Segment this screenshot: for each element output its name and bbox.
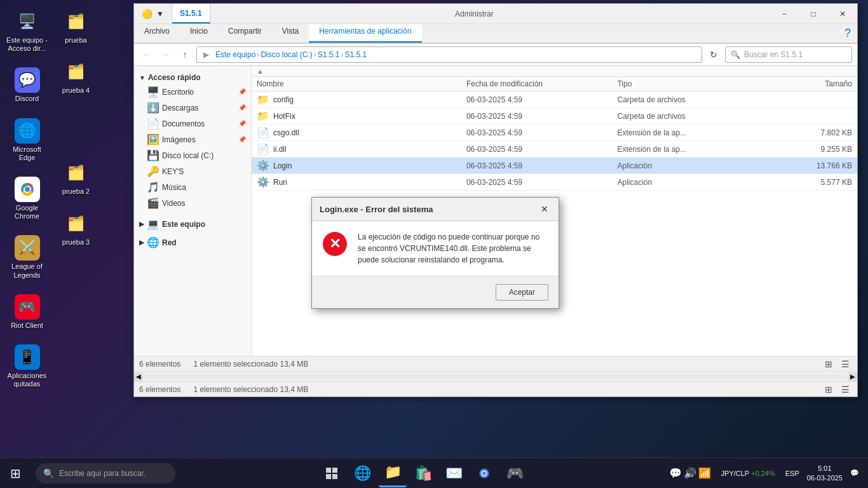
title-controls: − □ ✕ (770, 4, 857, 24)
col-header-date[interactable]: Fecha de modificación (466, 79, 618, 88)
sidebar-item-escritorio[interactable]: 🖥️ Escritorio 📌 (134, 84, 251, 100)
taskbar-xbox[interactable]: 🎮 (501, 459, 529, 487)
file-row-run[interactable]: ⚙️ Run 06-03-2025 4:59 Aplicación 5.577 … (252, 174, 857, 191)
taskbar-center: 🌐 📁 🛍️ ✉️ 🎮 (180, 459, 667, 487)
file-row-login[interactable]: ⚙️ Login 06-03-2025 4:59 Aplicación 13.7… (252, 158, 857, 174)
close-button[interactable]: ✕ (828, 4, 857, 24)
scroll-track (144, 374, 847, 379)
minimize-button[interactable]: − (770, 4, 799, 24)
up-button[interactable]: ↑ (177, 47, 193, 62)
desktop-icon-prueba2[interactable]: 🗂️ prueba 2 (52, 158, 100, 198)
ribbon-help-button[interactable]: ? (838, 24, 857, 43)
title-tab-s151[interactable]: S1.5.1 (172, 4, 210, 24)
desktop-icon-apps-removed[interactable]: 📱 Aplicacionesquitadas (3, 342, 51, 391)
svg-rect-6 (332, 474, 337, 479)
start-button[interactable]: ⊞ (0, 458, 31, 489)
desktop-icon-edge[interactable]: 🌐 MicrosoftEdge (3, 116, 51, 165)
sidebar-este-equipo[interactable]: ▶ 💻 Este equipo (134, 216, 251, 232)
col-header-type[interactable]: Tipo (617, 79, 768, 88)
file-row-ii[interactable]: 📄 ii.dll 06-03-2025 4:59 Extensión de la… (252, 141, 857, 158)
taskbar-search[interactable]: 🔍 Escribe aquí para buscar. (36, 463, 175, 484)
dialog-close-button[interactable]: ✕ (538, 203, 551, 215)
desktop-icon-riot[interactable]: 🎮 Riot Client (3, 292, 51, 332)
sidebar-item-videos[interactable]: 🎬 Videos (134, 195, 251, 211)
status-left-bottom: 6 elementos 1 elemento seleccionado 13,4… (139, 385, 308, 394)
col-header-size[interactable]: Tamaño (768, 79, 852, 88)
folder-icon-hotfix: 📁 (257, 110, 269, 122)
file-row-config[interactable]: 📁 config 06-03-2025 4:59 Carpeta de arch… (252, 92, 857, 108)
apps-removed-icon: 📱 (15, 344, 40, 370)
sidebar-item-imagenes[interactable]: 🖼️ Imágenes 📌 (134, 132, 251, 147)
col-header-name[interactable]: Nombre (257, 79, 466, 88)
svg-point-9 (482, 471, 486, 475)
desktop-icon-thispc[interactable]: 🖥️ Este equipo -Acceso dir... (3, 6, 51, 55)
taskbar-system-tray[interactable]: 💬 🔊 📶 (667, 466, 714, 480)
taskbar: ⊞ 🔍 Escribe aquí para buscar. 🌐 📁 🛍️ ✉️ (0, 458, 868, 488)
desktop-icon-prueba4[interactable]: 🗂️ prueba 4 (52, 57, 100, 97)
breadcrumb-this-pc[interactable]: Este equipo (215, 50, 255, 59)
desktop-icon-league[interactable]: ⚔️ League ofLegends (3, 233, 51, 281)
dialog-ok-button[interactable]: Aceptar (496, 284, 548, 301)
forward-button[interactable]: → (158, 47, 173, 62)
computer-icon: 💻 (147, 218, 159, 230)
refresh-button[interactable]: ↻ (706, 47, 721, 62)
view-list-button-2[interactable]: ☰ (838, 383, 852, 396)
ribbon-tab-compartir[interactable]: Compartir (218, 24, 272, 43)
desktop-icons-col2: 🗂️ prueba 🗂️ prueba 4 🗂️ prueba 2 🗂️ pru… (52, 6, 100, 249)
ribbon-tab-herramientas[interactable]: Herramientas de aplicación (309, 24, 421, 43)
documentos-icon: 📄 (147, 118, 158, 130)
taskbar-time[interactable]: 5:01 06-03-2025 (807, 464, 843, 482)
desktop-icon-prueba3[interactable]: 🗂️ prueba 3 (52, 208, 100, 249)
maximize-button[interactable]: □ (799, 4, 828, 24)
view-details-button[interactable]: ⊞ (822, 357, 836, 371)
sidebar-quick-access[interactable]: ▼ Acceso rápido (134, 71, 251, 84)
file-row-hotfix[interactable]: 📁 HotFix 06-03-2025 4:59 Carpeta de arch… (252, 108, 857, 125)
taskbar-edge[interactable]: 🌐 (348, 459, 376, 487)
taskbar-currency[interactable]: JPY/CLP +0,24% (719, 468, 778, 478)
sidebar-red[interactable]: ▶ 🌐 Red (134, 234, 251, 250)
pin-icon-3: 📌 (238, 120, 246, 127)
desktop-icon-discord[interactable]: 💬 Discord (3, 65, 51, 105)
back-button[interactable]: ← (139, 47, 154, 62)
breadcrumb-disk-c[interactable]: Disco local (C:) (261, 50, 312, 59)
ribbon-tab-vista[interactable]: Vista (272, 24, 309, 43)
league-label: League ofLegends (11, 262, 43, 279)
view-list-button[interactable]: ☰ (838, 357, 852, 371)
taskbar-task-view[interactable] (318, 459, 346, 487)
desktop-icon-chrome[interactable]: Google Chrome (3, 174, 51, 223)
taskbar-store[interactable]: 🛍️ (409, 459, 437, 487)
sidebar-item-keys[interactable]: 🔑 KEY'S (134, 163, 251, 179)
musica-icon: 🎵 (147, 181, 158, 193)
taskbar-search-text: Escribe aquí para buscar. (59, 469, 146, 478)
sidebar-item-descargas[interactable]: ⬇️ Descargas 📌 (134, 100, 251, 116)
sidebar-item-documentos[interactable]: 📄 Documentos 📌 (134, 116, 251, 132)
dll-icon-ii: 📄 (257, 143, 269, 155)
taskbar-notification-button[interactable]: 💬 (848, 468, 862, 478)
search-box[interactable]: 🔍 Buscar en S1.5.1 (725, 46, 852, 63)
address-path[interactable]: ▶ Este equipo › Disco local (C:) › S1.5.… (196, 46, 702, 63)
prueba-icon: 🗂️ (64, 9, 89, 34)
taskbar-mail[interactable]: ✉️ (440, 459, 468, 487)
file-row-csgo[interactable]: 📄 csgo.dll 06-03-2025 4:59 Extensión de … (252, 125, 857, 141)
desktop-icons-col1: 🖥️ Este equipo -Acceso dir... 💬 Discord … (3, 6, 51, 391)
sidebar-item-musica[interactable]: 🎵 Música (134, 179, 251, 195)
language-label: ESP (785, 470, 799, 477)
scroll-left[interactable]: ◀ (134, 372, 143, 381)
scroll-right[interactable]: ▶ (848, 372, 857, 381)
ribbon-tab-inicio[interactable]: Inicio (180, 24, 218, 43)
prueba-label: prueba (65, 36, 86, 44)
sidebar-item-disco[interactable]: 💾 Disco local (C:) (134, 147, 251, 163)
breadcrumb-s151-2[interactable]: S1.5.1 (344, 50, 367, 59)
svg-rect-4 (332, 468, 337, 473)
desktop-icon-prueba[interactable]: 🗂️ prueba (52, 6, 100, 47)
disco-icon: 💾 (147, 149, 158, 161)
taskbar-explorer[interactable]: 📁 (379, 459, 407, 487)
title-tab-quickaccess[interactable]: 🟡 ▼ (134, 4, 172, 24)
view-details-button-2[interactable]: ⊞ (822, 383, 836, 396)
ribbon-tab-archivo[interactable]: Archivo (134, 24, 180, 43)
breadcrumb-s151-1[interactable]: S1.5.1 (318, 50, 340, 59)
tray-icon-speaker: 🔊 (684, 467, 696, 479)
sidebar: ▼ Acceso rápido 🖥️ Escritorio 📌 ⬇️ Desca… (134, 66, 252, 356)
taskbar-chrome[interactable] (470, 459, 498, 487)
taskbar-language[interactable]: ESP (783, 468, 802, 478)
